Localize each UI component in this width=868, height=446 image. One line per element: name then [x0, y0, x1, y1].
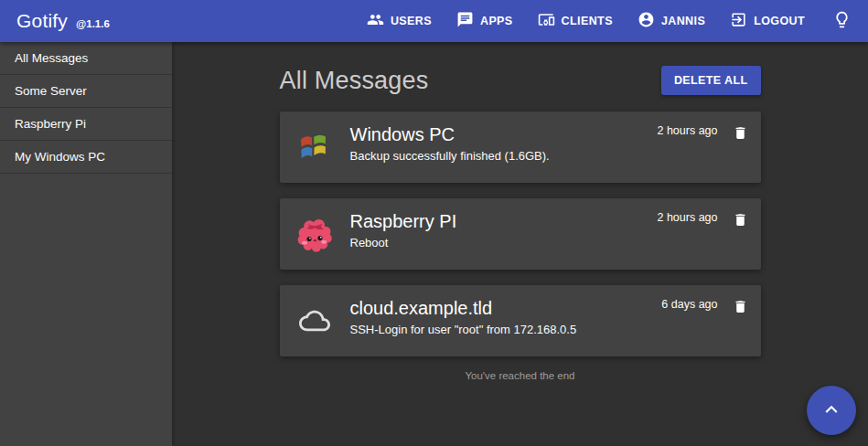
message-text: Windows PC Backup successfully finished …	[350, 112, 658, 164]
chat-icon	[456, 11, 474, 31]
nav-logout-label: LOGOUT	[754, 15, 805, 27]
nav-clients[interactable]: CLIENTS	[538, 11, 613, 31]
trash-icon	[733, 218, 748, 231]
delete-message-button[interactable]	[733, 124, 748, 144]
theme-toggle-button[interactable]	[832, 10, 852, 32]
content-header: All Messages DELETE ALL	[280, 66, 761, 95]
sidebar-item-label: Some Server	[15, 84, 87, 98]
nav-apps[interactable]: APPS	[456, 11, 513, 31]
message-card: Windows PC Backup successfully finished …	[280, 112, 761, 183]
message-timestamp: 2 hours ago	[657, 124, 717, 137]
sidebar-item-all-messages[interactable]: All Messages	[0, 42, 172, 75]
delete-message-button[interactable]	[733, 211, 748, 231]
sidebar-item-label: Raspberry Pi	[15, 117, 86, 131]
page-title: All Messages	[280, 67, 429, 95]
main-area: All Messages DELETE ALL Windows PC Backu…	[172, 42, 868, 446]
page-layout: All Messages Some Server Raspberry Pi My…	[0, 42, 868, 446]
lightbulb-icon	[832, 10, 852, 32]
message-title: Windows PC	[350, 123, 658, 145]
message-body: Backup successfully finished (1.6GB).	[350, 149, 658, 164]
brand-version: @1.1.6	[76, 18, 110, 29]
trash-icon	[733, 304, 748, 318]
message-title: Raspberry PI	[350, 210, 658, 232]
nav-logout[interactable]: LOGOUT	[730, 11, 805, 31]
end-of-list-text: You've reached the end	[280, 370, 761, 381]
sidebar-item-label: My Windows PC	[15, 150, 105, 164]
chevron-up-icon	[820, 398, 843, 424]
nav-user-label: JANNIS	[661, 15, 705, 27]
message-text: Raspberry PI Reboot	[350, 198, 658, 250]
message-timestamp: 2 hours ago	[657, 211, 717, 224]
message-body: Reboot	[350, 236, 658, 250]
delete-message-button[interactable]	[733, 298, 748, 318]
users-icon	[367, 11, 384, 31]
delete-all-button[interactable]: DELETE ALL	[661, 66, 761, 95]
message-body: SSH-Login for user "root" from 172.168.0…	[350, 323, 662, 337]
nav-apps-label: APPS	[480, 15, 513, 27]
message-timestamp: 6 days ago	[661, 298, 717, 311]
logout-icon	[730, 11, 747, 31]
nav-user-jannis[interactable]: JANNIS	[638, 11, 705, 31]
message-text: cloud.example.tld SSH-Login for user "ro…	[350, 285, 662, 337]
sidebar: All Messages Some Server Raspberry Pi My…	[0, 42, 172, 446]
brand[interactable]: Gotify @1.1.6	[16, 10, 110, 32]
message-card: cloud.example.tld SSH-Login for user "ro…	[280, 285, 761, 356]
raspberry-logo	[295, 214, 335, 254]
cloud-icon	[295, 301, 335, 341]
sidebar-item-my-windows-pc[interactable]: My Windows PC	[0, 141, 172, 174]
sidebar-item-raspberry-pi[interactable]: Raspberry Pi	[0, 108, 172, 141]
sidebar-item-label: All Messages	[15, 51, 88, 65]
account-circle-icon	[638, 11, 655, 31]
message-card: Raspberry PI Reboot 2 hours ago	[280, 198, 761, 270]
appbar: Gotify @1.1.6 USERS APPS CLIENTS JANNIS …	[0, 0, 868, 42]
sidebar-item-some-server[interactable]: Some Server	[0, 75, 172, 108]
scroll-to-top-button[interactable]	[807, 386, 856, 435]
devices-icon	[538, 11, 555, 31]
nav-clients-label: CLIENTS	[562, 15, 613, 27]
message-title: cloud.example.tld	[350, 297, 662, 319]
nav-users-label: USERS	[391, 15, 432, 27]
appbar-nav: USERS APPS CLIENTS JANNIS LOGOUT	[367, 11, 805, 31]
trash-icon	[733, 131, 748, 144]
nav-users[interactable]: USERS	[367, 11, 432, 31]
brand-name: Gotify	[16, 10, 68, 32]
windows-logo	[295, 127, 335, 167]
